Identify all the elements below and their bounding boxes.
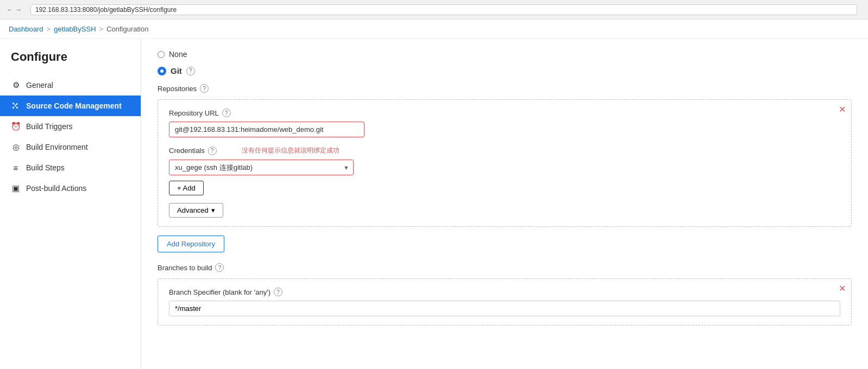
branches-help-icon[interactable]: ? bbox=[215, 263, 224, 272]
box-icon: ▣ bbox=[11, 183, 21, 193]
repositories-label: Repositories ? bbox=[158, 84, 852, 93]
repository-url-input[interactable] bbox=[169, 122, 364, 137]
close-branch-button[interactable]: ✕ bbox=[839, 283, 846, 294]
breadcrumb-dashboard[interactable]: Dashboard bbox=[9, 25, 43, 33]
branch-specifier-label-text: Branch Specifier (blank for 'any') bbox=[169, 288, 271, 296]
main-content: None Git ? Repositories ? ✕ Repository U… bbox=[141, 39, 868, 368]
repositories-help-icon[interactable]: ? bbox=[200, 84, 209, 93]
sidebar-item-build-triggers[interactable]: ⏰ Build Triggers bbox=[0, 116, 141, 137]
list-icon: ≡ bbox=[11, 163, 21, 173]
browser-url-input[interactable] bbox=[30, 4, 857, 15]
breadcrumb-job[interactable]: getlabBySSH bbox=[54, 25, 96, 33]
branch-specifier-input[interactable] bbox=[169, 301, 840, 316]
browser-bar: ← → bbox=[0, 0, 868, 20]
sidebar-label-source-code: Source Code Management bbox=[26, 101, 122, 110]
code-branch-icon bbox=[11, 101, 21, 111]
add-credentials-button[interactable]: + Add bbox=[169, 181, 204, 195]
credentials-row: xu_gege (ssh 连接gitlab) ▼ bbox=[169, 160, 840, 175]
page-layout: Configure ⚙ General Source Code Manageme… bbox=[0, 39, 868, 368]
repositories-text: Repositories bbox=[158, 85, 197, 93]
none-radio[interactable] bbox=[158, 51, 165, 58]
sidebar-label-general: General bbox=[26, 81, 53, 90]
branches-label-row: Branches to build ? bbox=[158, 263, 852, 272]
credentials-section: Credentials ? 没有任何提示信息就说明绑定成功 xu_gege (s… bbox=[169, 146, 840, 175]
gear-icon: ⚙ bbox=[11, 80, 21, 90]
branches-label-text: Branches to build bbox=[158, 264, 212, 272]
sidebar-label-build-environment: Build Environment bbox=[26, 143, 88, 151]
credentials-label-text: Credentials bbox=[169, 147, 205, 155]
advanced-button[interactable]: Advanced ▾ bbox=[169, 203, 223, 218]
advanced-row: Advanced ▾ bbox=[169, 198, 840, 218]
sidebar-label-build-triggers: Build Triggers bbox=[26, 122, 73, 131]
repo-url-label: Repository URL ? bbox=[169, 109, 840, 117]
sidebar-item-post-build[interactable]: ▣ Post-build Actions bbox=[0, 178, 141, 199]
branch-specifier-box: ✕ Branch Specifier (blank for 'any') ? bbox=[158, 278, 852, 326]
git-radio[interactable] bbox=[158, 67, 166, 75]
globe-icon: ◎ bbox=[11, 142, 21, 152]
credentials-select-wrapper: xu_gege (ssh 连接gitlab) ▼ bbox=[169, 160, 354, 175]
page-title: Configure bbox=[0, 50, 141, 75]
credentials-select[interactable]: xu_gege (ssh 连接gitlab) bbox=[169, 160, 354, 175]
add-repository-button[interactable]: Add Repository bbox=[158, 236, 224, 252]
sidebar-label-post-build: Post-build Actions bbox=[26, 184, 86, 193]
branch-specifier-label: Branch Specifier (blank for 'any') ? bbox=[169, 288, 840, 296]
credentials-help-icon[interactable]: ? bbox=[208, 147, 217, 155]
advanced-button-label: Advanced bbox=[177, 206, 209, 214]
browser-forward[interactable]: → bbox=[15, 6, 22, 14]
sidebar-label-build-steps: Build Steps bbox=[26, 163, 65, 172]
credentials-label-row: Credentials ? 没有任何提示信息就说明绑定成功 bbox=[169, 146, 840, 155]
close-repo-button[interactable]: ✕ bbox=[839, 104, 846, 114]
repo-url-help-icon[interactable]: ? bbox=[222, 109, 231, 117]
breadcrumb: Dashboard > getlabBySSH > Configuration bbox=[0, 20, 868, 39]
sidebar-item-build-environment[interactable]: ◎ Build Environment bbox=[0, 137, 141, 157]
sidebar-item-general[interactable]: ⚙ General bbox=[0, 75, 141, 96]
none-option-row: None bbox=[158, 50, 852, 59]
none-radio-label: None bbox=[169, 50, 187, 59]
sidebar-item-source-code[interactable]: Source Code Management bbox=[0, 96, 141, 116]
clock-icon: ⏰ bbox=[11, 122, 21, 131]
advanced-chevron-icon: ▾ bbox=[211, 206, 215, 214]
breadcrumb-current: Configuration bbox=[106, 25, 148, 33]
credentials-hint: 没有任何提示信息就说明绑定成功 bbox=[242, 146, 339, 155]
git-help-icon[interactable]: ? bbox=[186, 67, 195, 75]
repository-box: ✕ Repository URL ? Credentials ? 没有任何提示信… bbox=[158, 99, 852, 227]
sidebar: Configure ⚙ General Source Code Manageme… bbox=[0, 39, 141, 368]
sidebar-item-build-steps[interactable]: ≡ Build Steps bbox=[0, 157, 141, 178]
breadcrumb-sep1: > bbox=[47, 25, 51, 33]
branch-specifier-help-icon[interactable]: ? bbox=[274, 288, 282, 296]
breadcrumb-sep2: > bbox=[99, 25, 104, 33]
repo-url-label-text: Repository URL bbox=[169, 109, 219, 117]
git-section-title: Git bbox=[171, 66, 182, 75]
git-section-header: Git ? bbox=[158, 66, 852, 75]
browser-back[interactable]: ← bbox=[7, 6, 13, 14]
